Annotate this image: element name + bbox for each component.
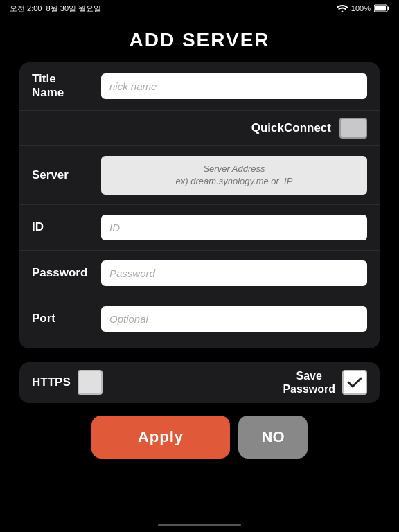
- password-row: Password: [19, 251, 380, 296]
- title-name-input[interactable]: [101, 73, 367, 99]
- server-row: Server: [19, 146, 380, 205]
- status-bar: 오전 2:00 8월 30일 월요일 100%: [0, 0, 399, 17]
- title-name-row: TitleName: [19, 62, 380, 111]
- port-label: Port: [32, 312, 101, 326]
- home-indicator: [158, 524, 241, 526]
- id-input[interactable]: [101, 215, 367, 240]
- server-input[interactable]: [101, 156, 367, 195]
- status-time-date: 오전 2:00 8월 30일 월요일: [10, 3, 101, 14]
- id-label: ID: [32, 220, 101, 234]
- battery-icon: [374, 4, 389, 12]
- password-input[interactable]: [101, 260, 367, 286]
- quickconnect-label: QuickConnect: [251, 121, 331, 135]
- save-password-group: SavePassword: [283, 369, 367, 396]
- quickconnect-toggle[interactable]: [339, 118, 367, 139]
- port-input[interactable]: [101, 306, 367, 332]
- battery-percent: 100%: [351, 4, 371, 12]
- checkmark-icon: [346, 374, 363, 391]
- svg-rect-1: [388, 7, 389, 10]
- svg-rect-2: [375, 6, 387, 11]
- id-row: ID: [19, 205, 380, 251]
- password-label: Password: [32, 266, 101, 280]
- page-title: ADD SERVER: [0, 29, 399, 51]
- save-password-label: SavePassword: [283, 369, 335, 396]
- buttons-row: Apply NO: [19, 416, 380, 459]
- save-password-checkbox[interactable]: [342, 370, 367, 395]
- bottom-section: HTTPS SavePassword Apply NO: [19, 362, 380, 458]
- apply-button[interactable]: Apply: [91, 416, 230, 459]
- title-name-label: TitleName: [32, 72, 101, 100]
- port-row: Port: [19, 296, 380, 342]
- form-card: TitleName QuickConnect Server ID Passwor…: [19, 62, 380, 348]
- wifi-icon: [337, 4, 348, 12]
- https-checkbox[interactable]: [78, 370, 103, 395]
- quickconnect-row: QuickConnect: [19, 111, 380, 146]
- no-button[interactable]: NO: [238, 416, 308, 459]
- status-icons: 100%: [337, 4, 389, 12]
- https-group: HTTPS: [32, 370, 103, 395]
- server-label: Server: [32, 168, 101, 182]
- https-save-row: HTTPS SavePassword: [19, 362, 380, 402]
- https-label: HTTPS: [32, 375, 71, 389]
